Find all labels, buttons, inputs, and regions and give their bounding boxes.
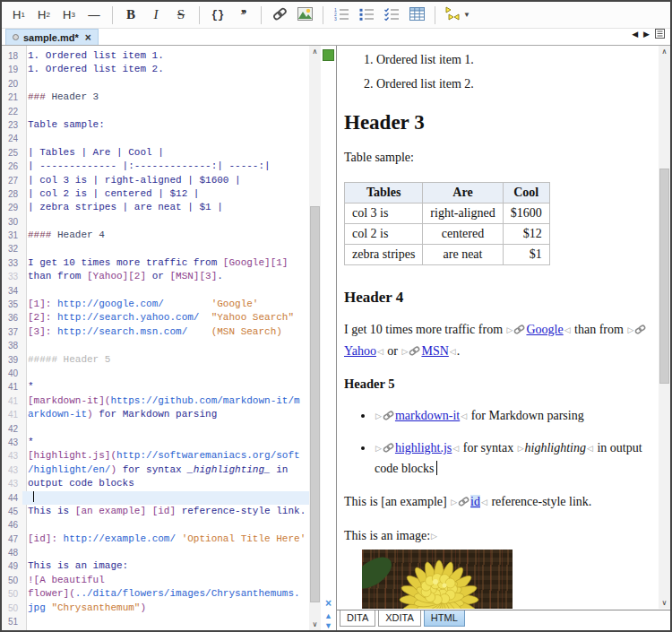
scroll-up-icon[interactable]: ∧ (659, 46, 670, 57)
editor-line[interactable]: 48 (2, 546, 309, 559)
preview-link[interactable]: MSN (421, 344, 448, 358)
bottom-tab-html[interactable]: HTML (424, 610, 465, 627)
close-split-icon[interactable]: × (321, 597, 336, 610)
line-text: This is an image: (22, 559, 128, 573)
italic-button[interactable]: I (144, 4, 168, 26)
task-list-button[interactable] (380, 4, 403, 26)
editor-line[interactable]: 43output code blocks (2, 477, 309, 490)
editor-line[interactable]: 24 (2, 132, 309, 145)
chrysanthemum-image[interactable] (362, 550, 513, 609)
editor-line[interactable]: 22 (2, 105, 309, 118)
preview-link[interactable]: Google (526, 323, 563, 336)
editor-line[interactable]: 43/highlight/en/) for syntax _highlighti… (2, 463, 309, 477)
editor-line[interactable]: 34 (2, 284, 309, 298)
editor-line[interactable]: 25| Tables | Are | Cool | (2, 146, 309, 160)
editor-line[interactable]: 28| col 2 is | centered | $12 | (2, 187, 309, 201)
editor-line[interactable]: 191. Ordered list item 2. (2, 63, 309, 76)
h3-button[interactable]: H3 (57, 4, 81, 26)
editor-line[interactable]: 51 (2, 615, 309, 628)
preview-content[interactable]: Ordered list item 1.Ordered list item 2.… (337, 46, 657, 609)
split-collapse-up-icon[interactable]: ▲ (321, 611, 336, 620)
tab-sample-md[interactable]: sample.md* × (5, 29, 99, 45)
editor-line[interactable]: 47[id]: http://example.com/ 'Optional Ti… (2, 532, 309, 546)
scroll-down-icon[interactable]: ∨ (659, 597, 670, 609)
h2-button[interactable]: H2 (32, 4, 56, 26)
editor-line[interactable]: 43* (2, 436, 309, 449)
editor-line[interactable]: 33than from [Yahoo][2] or [MSN][3]. (2, 270, 309, 283)
editor-line[interactable]: 35[1]: http://google.com/ 'Google' (2, 298, 309, 311)
preview-link[interactable]: Yahoo (344, 344, 376, 358)
scroll-up-icon[interactable]: ∧ (309, 46, 321, 57)
editor-scrollbar-thumb[interactable] (310, 206, 320, 602)
editor-line[interactable]: 23Table sample: (2, 118, 309, 132)
table-header-cell: Cool (503, 183, 549, 203)
editor-line[interactable]: 20 (2, 77, 309, 91)
editor-vertical-scrollbar[interactable]: ∧ ∨ (309, 46, 321, 630)
tab-list-icon[interactable] (655, 26, 665, 42)
editor-line[interactable]: 32 (2, 242, 309, 255)
blockquote-button[interactable]: ’’ (231, 4, 254, 26)
text: This is [an example] (344, 495, 450, 508)
editor-line[interactable]: 39##### Header 5 (2, 353, 309, 367)
preview-link[interactable]: id (470, 495, 480, 508)
bold-button[interactable]: B (119, 4, 142, 26)
text: This is an image: (344, 529, 430, 542)
code-button[interactable]: {} (206, 4, 229, 26)
editor-line[interactable]: 50![A beautiful (2, 574, 309, 587)
show-markers-button[interactable]: ▼ (442, 4, 473, 26)
editor-line[interactable]: 36[2]: http://search.yahoo.com/ "Yahoo S… (2, 311, 309, 325)
editor-lines[interactable]: 181. Ordered list item 1.191. Ordered li… (2, 46, 309, 630)
editor-line[interactable]: 31#### Header 4 (2, 229, 309, 242)
editor-line[interactable]: 26| ------------- |:-------------:| ----… (2, 160, 309, 173)
next-tab-icon[interactable]: ▶ (643, 30, 650, 39)
line-text (22, 105, 28, 118)
editor-line[interactable]: 46 (2, 518, 309, 532)
preview-pane[interactable]: Ordered list item 1.Ordered list item 2.… (337, 46, 670, 630)
line-number: 40 (2, 367, 22, 380)
unordered-list-button[interactable] (355, 4, 378, 26)
editor-line[interactable]: 21### Header 3 (2, 91, 309, 104)
preview-scrollbar-thumb[interactable] (659, 169, 669, 384)
close-tab-icon[interactable]: × (85, 31, 91, 44)
editor-line[interactable]: 41[markdown-it](https://github.com/markd… (2, 394, 309, 408)
editor-line[interactable]: 50flower](../dita/flowers/images/Chrysan… (2, 587, 309, 601)
editor-line[interactable]: 181. Ordered list item 1. (2, 49, 309, 63)
preview-link[interactable]: markdown-it (395, 409, 460, 422)
editor-line[interactable]: 49This is an image: (2, 559, 309, 573)
editor-line[interactable]: 38 (2, 339, 309, 352)
editor-line[interactable]: 30 (2, 215, 309, 229)
image-icon (297, 7, 313, 23)
split-divider[interactable]: × ▲ ▼ (321, 46, 337, 630)
editor-line[interactable]: 45This is [an example] [id] reference-st… (2, 505, 309, 518)
editor-line[interactable]: 40 (2, 367, 309, 380)
bottom-tab-dita[interactable]: DITA (340, 610, 375, 627)
horizontal-rule-button[interactable]: — (82, 4, 106, 26)
editor-line[interactable]: 41* (2, 380, 309, 394)
editor-line[interactable]: 29| zebra stripes | are neat | $1 | (2, 201, 309, 214)
editor-line[interactable]: 33I get 10 times more traffic from [Goog… (2, 256, 309, 270)
editor-line[interactable]: 41arkdown-it) for Markdown parsing (2, 408, 309, 421)
insert-table-button[interactable] (405, 4, 428, 26)
h1-button[interactable]: H1 (7, 4, 30, 26)
previous-tab-icon[interactable]: ◀ (632, 30, 638, 39)
editor-line[interactable]: 42 (2, 422, 309, 436)
editor-line[interactable]: 27| col 3 is | right-aligned | $1600 | (2, 174, 309, 187)
line-number: 30 (2, 215, 22, 229)
editor-line[interactable]: 43[highlight.js](http://softwaremaniacs.… (2, 449, 309, 463)
editor-line[interactable]: 50jpg "Chrysanthemum") (2, 602, 309, 615)
source-editor-pane[interactable]: 181. Ordered list item 1.191. Ordered li… (2, 46, 321, 630)
strikethrough-button[interactable]: S (169, 4, 193, 26)
editor-line[interactable]: 44 (2, 491, 309, 505)
split-collapse-down-icon[interactable]: ▼ (321, 621, 336, 630)
ordered-list-button[interactable]: 123 (330, 4, 353, 26)
line-number: 41 (2, 380, 22, 394)
preview-vertical-scrollbar[interactable]: ∧ ∨ (659, 46, 670, 609)
element-start-marker-icon: ▷ (431, 532, 437, 541)
insert-link-button[interactable] (268, 4, 291, 26)
editor-line[interactable]: 37[3]: http://search.msn.com/ (MSN Searc… (2, 325, 309, 339)
preview-link[interactable]: highlight.js (395, 441, 452, 455)
line-text (22, 422, 28, 436)
bottom-tab-xdita[interactable]: XDITA (378, 610, 421, 627)
scroll-down-icon[interactable]: ∨ (309, 619, 321, 630)
insert-image-button[interactable] (293, 4, 316, 26)
